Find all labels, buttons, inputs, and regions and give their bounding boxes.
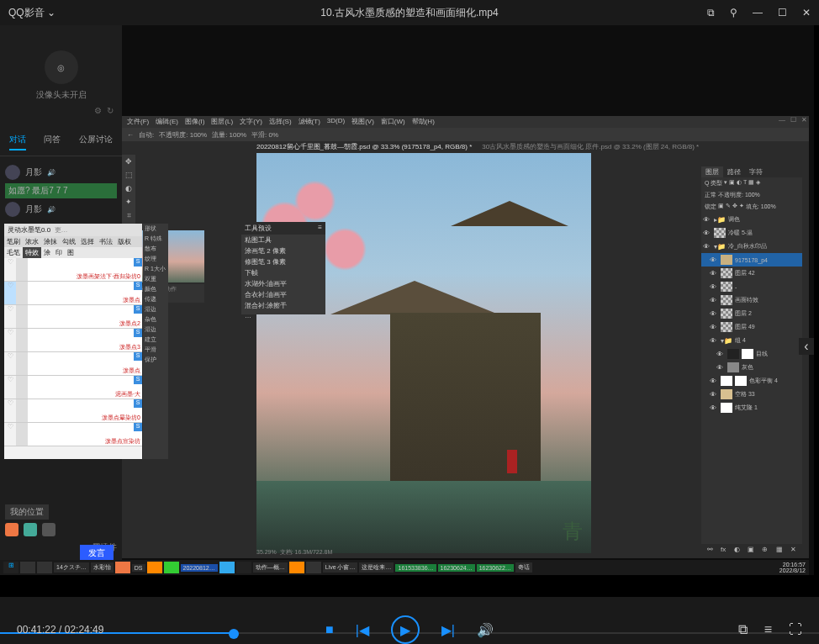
visibility-icon[interactable]: 👁 xyxy=(710,297,718,304)
mini-mode-icon[interactable]: ⧉ xyxy=(707,7,715,18)
brush-tab[interactable]: 书法 xyxy=(97,236,115,247)
video-canvas[interactable]: ◎ 没像头未开启 ⚙↻ 对话 问答 公屏讨论 月影🔊 如愿? 最后7 7 7 月… xyxy=(0,25,814,575)
menu-layer[interactable]: 图层(L) xyxy=(211,117,233,127)
bs-row[interactable]: 建立 xyxy=(143,335,168,345)
preset-item[interactable]: 修图笔 3 像素 xyxy=(241,256,325,267)
settings-button[interactable]: ≡ xyxy=(764,622,772,637)
fx-icon[interactable]: fx xyxy=(721,546,726,553)
pin-icon[interactable]: ⚲ xyxy=(730,7,737,18)
blend-mode[interactable]: 正常 xyxy=(705,191,716,199)
layer-item[interactable]: 👁- xyxy=(701,280,802,293)
taskbar-item[interactable]: 奇话 xyxy=(515,562,532,573)
brush-subtab[interactable]: 特效 xyxy=(23,247,41,258)
crop-tool-icon[interactable]: ⌗ xyxy=(122,209,135,222)
brush-item[interactable]: ♡泼墨画架法下·西归染坊0S xyxy=(4,258,142,282)
layer-item[interactable]: 👁▾📁冷_白秋水印品 xyxy=(701,240,802,253)
visibility-icon[interactable]: 👁 xyxy=(710,270,718,277)
panel-header[interactable]: 灵动水墨笔0.0 更… xyxy=(4,224,142,236)
layer-item[interactable]: 👁图层 2 xyxy=(701,307,802,320)
brush-tab[interactable]: 勾线 xyxy=(60,236,78,247)
move-tool-icon[interactable]: ✥ xyxy=(122,155,135,168)
mask-icon[interactable]: ◐ xyxy=(734,546,740,553)
layer-item[interactable]: 👁冷暖 5-温 xyxy=(701,226,802,240)
preset-item[interactable]: … xyxy=(241,311,325,320)
doc-tab[interactable]: 30古风水墨质感的塑造与画面细化 原件.psd @ 33.2% (图层 24, … xyxy=(482,142,699,152)
search-icon[interactable] xyxy=(20,562,35,573)
settings-icon[interactable]: ⚙ xyxy=(94,106,102,115)
opt-opacity[interactable]: 不透明度: 100% xyxy=(159,130,207,140)
layer-item[interactable]: 👁图层 49 xyxy=(701,320,802,334)
visibility-icon[interactable]: 👁 xyxy=(710,404,718,412)
brush-item[interactable]: ♡泥画墨·大S xyxy=(4,376,142,399)
brush-item[interactable]: ♡泼墨点晕染坊0S xyxy=(4,399,142,423)
menu-type[interactable]: 文字(Y) xyxy=(240,117,262,127)
menu-file[interactable]: 文件(F) xyxy=(127,117,149,127)
send-button[interactable]: 发言 xyxy=(80,545,114,562)
panel-menu-icon[interactable]: ≡ xyxy=(318,224,322,233)
tab-chat[interactable]: 对话 xyxy=(9,134,26,150)
brush-tab[interactable]: 涂抹 xyxy=(41,236,60,247)
preset-item[interactable]: 水湖外:油画平 xyxy=(241,278,325,289)
heart-icon[interactable]: ♡ xyxy=(4,423,16,446)
taskbar-item[interactable]: Live 小窗… xyxy=(323,562,358,573)
visibility-icon[interactable]: 👁 xyxy=(710,324,718,331)
bs-row[interactable]: R 1大小 xyxy=(143,264,168,274)
app-icon[interactable] xyxy=(164,562,179,573)
folder-icon[interactable]: ⊕ xyxy=(762,546,768,553)
taskbar-item[interactable]: 这是啥来… xyxy=(359,562,394,573)
layer-item[interactable]: 👁目线 xyxy=(701,347,802,361)
refresh-icon[interactable]: ↻ xyxy=(107,106,114,115)
doc-tab[interactable]: 20220812留心千里图_暮鼓—朝霞.psd @ 33.3% (9175178… xyxy=(256,142,472,152)
bs-row[interactable]: 平滑 xyxy=(143,345,168,355)
app-icon[interactable] xyxy=(289,562,304,573)
visibility-icon[interactable]: 👁 xyxy=(710,310,718,318)
visibility-icon[interactable]: 👁 xyxy=(710,337,718,345)
maximize-icon[interactable]: ☐ xyxy=(778,7,787,18)
brush-subtab[interactable]: 图 xyxy=(65,247,77,258)
visibility-icon[interactable]: 👁 xyxy=(710,377,718,385)
bs-row[interactable]: 湿边 xyxy=(143,304,168,314)
heart-icon[interactable]: ♡ xyxy=(4,399,16,422)
steam-icon[interactable] xyxy=(236,562,251,573)
visibility-icon[interactable]: 👁 xyxy=(703,230,711,237)
taskbar-item[interactable]: 动作—概… xyxy=(253,562,288,573)
layer-kind[interactable]: Q 类型 xyxy=(705,179,722,187)
bs-row[interactable]: 湿边 xyxy=(143,325,168,335)
brush-subtab[interactable]: 毛笔 xyxy=(4,247,23,258)
brush-item[interactable]: ♡泼墨点宣染坊S xyxy=(4,423,142,446)
tab-layers[interactable]: 图层 xyxy=(701,166,723,177)
menu-view[interactable]: 视图(V) xyxy=(351,117,374,127)
prev-button[interactable]: |◀ xyxy=(356,622,369,638)
maximize-icon[interactable]: ☐ xyxy=(790,116,796,124)
folder-icon[interactable] xyxy=(42,523,55,536)
lasso-tool-icon[interactable]: ◐ xyxy=(122,182,135,195)
fullscreen-button[interactable]: ⛶ xyxy=(789,622,802,637)
message-item[interactable]: 月影🔊 xyxy=(5,161,117,183)
preset-item[interactable]: 混合衬:涂擦干 xyxy=(241,300,325,311)
bs-row[interactable]: 颜色 xyxy=(143,284,168,294)
menu-edit[interactable]: 编辑(E) xyxy=(156,117,178,127)
layer-item[interactable]: 👁色彩平衡 4 xyxy=(701,374,802,388)
layer-item[interactable]: 👁▸📁调色 xyxy=(701,213,802,226)
trash-icon[interactable]: ✕ xyxy=(790,546,796,553)
heart-icon[interactable]: ♡ xyxy=(4,329,16,351)
tool-icon[interactable]: ← xyxy=(127,131,134,139)
brush-item[interactable]: ♡泼墨点2S xyxy=(4,305,142,329)
layer-item[interactable]: 👁▾📁组 4 xyxy=(701,334,802,347)
layer-item[interactable]: 👁纯艾隆 1 xyxy=(701,401,802,414)
preset-item[interactable]: 下帧 xyxy=(241,267,325,278)
bs-row[interactable]: 双重 xyxy=(143,274,168,284)
brush-tab[interactable]: 版权 xyxy=(115,236,134,247)
visibility-icon[interactable]: 👁 xyxy=(703,216,711,224)
taskbar-item[interactable]: 水彩怡 xyxy=(91,562,114,573)
menu-select[interactable]: 选择(S) xyxy=(269,117,292,127)
close-icon[interactable]: ✕ xyxy=(801,116,807,124)
bs-row[interactable]: 保护 xyxy=(143,355,168,365)
preset-item[interactable]: 粘图工具 xyxy=(241,235,325,245)
menu-filter[interactable]: 滤镜(T) xyxy=(299,117,320,127)
brush-item[interactable]: ♡泼墨点S xyxy=(4,352,142,376)
wand-tool-icon[interactable]: ✦ xyxy=(122,195,135,209)
heart-icon[interactable]: ♡ xyxy=(4,258,16,281)
opt-smooth[interactable]: 平滑: 0% xyxy=(251,130,278,140)
stop-button[interactable]: ■ xyxy=(325,622,334,637)
